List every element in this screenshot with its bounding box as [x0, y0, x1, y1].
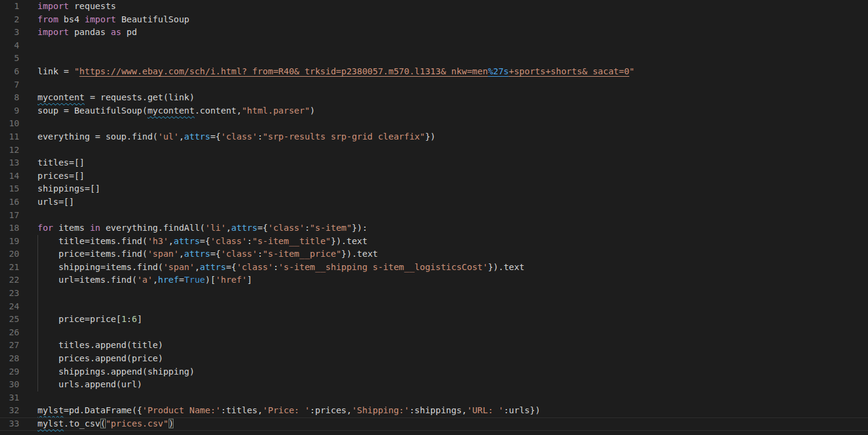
code-token: )[ — [205, 275, 215, 285]
code-line[interactable]: 32mylst=pd.DataFrame({'Product Name:':ti… — [0, 404, 868, 417]
code-token: 'ul' — [158, 132, 179, 141]
code-token: ] — [137, 314, 143, 324]
code-line[interactable]: 12 — [0, 144, 868, 157]
code-token: +sports+shorts&_sacat=0 — [509, 66, 629, 76]
code-text: import requests — [37, 0, 116, 13]
code-line[interactable]: 30 urls.append(url) — [0, 378, 868, 392]
code-line[interactable]: 8mycontent = requests.get(link) — [0, 91, 868, 105]
code-token: url=items.find( — [37, 275, 137, 285]
code-token: shippings.append(shipping) — [37, 367, 195, 376]
line-number: 33 — [0, 417, 37, 431]
code-line[interactable]: 24 — [0, 300, 868, 314]
code-token: requests — [69, 1, 116, 11]
code-line[interactable]: 22 url=items.find('a',href=True)['href'] — [0, 274, 868, 287]
code-token: 'span' — [163, 262, 195, 272]
code-token: :titles, — [221, 405, 262, 415]
code-line[interactable]: 26 — [0, 326, 868, 340]
line-number: 28 — [0, 352, 37, 366]
code-token: mycontent — [37, 92, 85, 102]
code-token: soup = BeautifulSoup( — [37, 106, 147, 115]
code-token: in — [90, 223, 100, 233]
code-token: :urls}) — [504, 405, 540, 415]
line-number: 1 — [0, 0, 37, 13]
code-line[interactable]: 16urls=[] — [0, 196, 868, 209]
code-line[interactable]: 23 — [0, 287, 868, 300]
code-token: 'class' — [221, 132, 257, 141]
code-token: ) — [310, 106, 316, 115]
code-line[interactable]: 29 shippings.append(shipping) — [0, 366, 868, 379]
code-line[interactable]: 11everything = soup.find('ul',attrs={'cl… — [0, 130, 868, 144]
code-token: 'Price: ' — [263, 405, 310, 415]
code-token: 'class' — [268, 223, 305, 233]
code-token: : — [257, 249, 263, 259]
code-token: ( — [100, 419, 106, 428]
line-number: 6 — [0, 65, 37, 79]
code-token: "s-item__price" — [263, 249, 342, 259]
code-token: : — [247, 236, 253, 246]
code-token: shipping=items.find( — [37, 262, 163, 272]
line-number: 15 — [0, 182, 37, 196]
code-token: "prices.csv" — [106, 419, 169, 428]
code-token: }): — [352, 223, 368, 233]
code-text: titles=[] — [37, 156, 85, 170]
code-token: ={ — [210, 132, 221, 141]
code-line[interactable]: 17 — [0, 209, 868, 222]
code-token: urls=[] — [37, 197, 74, 207]
code-line[interactable]: 20 price=items.find('span',attrs={'class… — [0, 248, 868, 261]
code-line[interactable]: 1import requests — [0, 0, 868, 13]
code-token: import — [37, 1, 69, 11]
code-line[interactable]: 7 — [0, 79, 868, 92]
code-token: 'Shipping:' — [352, 405, 409, 415]
code-text: from bs4 import BeautifulSoup — [37, 13, 189, 27]
code-token: "s-item__title" — [252, 236, 331, 246]
code-token: everything = soup.find( — [37, 132, 158, 141]
code-line[interactable]: 19 title=items.find('h3',attrs={'class':… — [0, 235, 868, 248]
code-line[interactable]: 5 — [0, 52, 868, 65]
code-token: ) — [169, 419, 174, 428]
code-text: shippings.append(shipping) — [37, 366, 195, 379]
code-token: =pd.DataFrame({ — [63, 405, 142, 415]
code-token: "srp-results srp-grid clearfix" — [263, 132, 426, 141]
code-token: titles.append(title) — [37, 340, 163, 350]
code-line[interactable]: 10 — [0, 117, 868, 130]
code-text: title=items.find('h3',attrs={'class':"s-… — [37, 235, 368, 248]
code-line[interactable]: 13titles=[] — [0, 156, 868, 170]
code-token: }).text — [488, 262, 525, 272]
code-text: shippings=[] — [37, 182, 100, 196]
code-line[interactable]: 18for items in everything.findAll('li',a… — [0, 222, 868, 235]
code-token: bs4 — [59, 14, 85, 24]
code-text: everything = soup.find('ul',attrs={'clas… — [37, 130, 436, 144]
code-token: ={ — [210, 249, 221, 259]
code-line[interactable]: 25 price=price[1:6] — [0, 313, 868, 326]
line-number: 25 — [0, 313, 37, 326]
code-line[interactable]: 2from bs4 import BeautifulSoup — [0, 13, 868, 27]
code-token: }) — [425, 132, 435, 141]
code-line[interactable]: 14prices=[] — [0, 170, 868, 183]
code-text: url=items.find('a',href=True)['href'] — [37, 274, 252, 287]
line-number: 30 — [0, 378, 37, 392]
code-token: 's-item__shipping s-item__logisticsCost' — [279, 262, 488, 272]
code-line[interactable]: 21 shipping=items.find('span',attrs={'cl… — [0, 261, 868, 274]
code-text: link = "https://www.ebay.com/sch/i.html?… — [37, 65, 635, 79]
line-number: 17 — [0, 209, 37, 222]
code-line[interactable]: 33mylst.to_csv("prices.csv") — [0, 417, 868, 431]
code-token: ={ — [200, 236, 210, 246]
code-token: 'class' — [210, 236, 247, 246]
code-token: 'h3' — [147, 236, 169, 246]
code-line[interactable]: 9soup = BeautifulSoup(mycontent.content,… — [0, 105, 868, 118]
code-text: mycontent = requests.get(link) — [37, 91, 195, 105]
code-text: import pandas as pd — [37, 26, 137, 39]
code-token: attrs — [184, 132, 210, 141]
code-line[interactable]: 15shippings=[] — [0, 182, 868, 196]
code-line[interactable]: 3import pandas as pd — [0, 26, 868, 39]
code-token: 'href' — [216, 275, 247, 285]
code-line[interactable]: 28 prices.append(price) — [0, 352, 868, 366]
code-token: }).text — [342, 249, 378, 259]
code-token: attrs — [200, 262, 226, 272]
code-line[interactable]: 27 titles.append(title) — [0, 339, 868, 352]
code-line[interactable]: 4 — [0, 39, 868, 53]
code-line[interactable]: 31 — [0, 392, 868, 405]
code-token: from — [37, 14, 59, 24]
code-line[interactable]: 6link = "https://www.ebay.com/sch/i.html… — [0, 65, 868, 79]
code-token: pandas — [69, 27, 111, 37]
